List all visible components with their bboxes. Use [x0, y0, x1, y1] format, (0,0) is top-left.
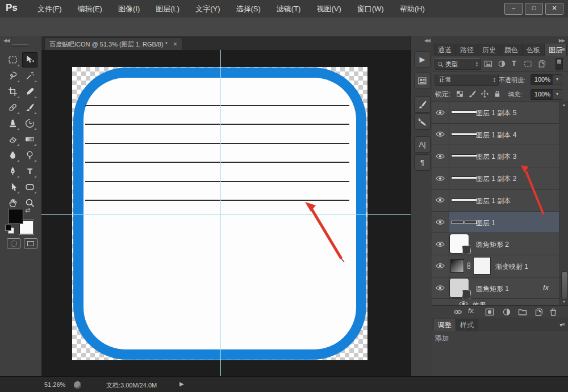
visibility-toggle[interactable]: [432, 145, 449, 167]
horizontal-guide[interactable]: [41, 214, 411, 215]
pixel-layer-filter-icon[interactable]: [484, 60, 493, 69]
brush-presets-panel-icon[interactable]: [414, 96, 431, 113]
lock-transparent-pixels-icon[interactable]: [456, 90, 464, 98]
status-options-arrow-icon[interactable]: ▶: [179, 381, 184, 387]
paragraph-panel-icon[interactable]: ¶: [414, 154, 431, 171]
tab-adjustments[interactable]: 调整: [434, 319, 456, 331]
actions-panel-icon[interactable]: ▶: [414, 51, 431, 68]
visibility-toggle[interactable]: [432, 189, 449, 211]
close-button[interactable]: ✕: [545, 3, 563, 15]
layer-mask-thumbnail[interactable]: [474, 258, 490, 274]
spot-healing-brush-tool[interactable]: [5, 100, 20, 115]
scrollbar-thumb[interactable]: [561, 271, 568, 300]
type-tool[interactable]: T: [22, 163, 37, 179]
layer-thumbnail[interactable]: [451, 147, 477, 165]
tab-history[interactable]: 历史: [478, 44, 500, 56]
layer-row[interactable]: 圆角矩形 1 fx: [432, 277, 559, 299]
history-brush-tool[interactable]: [22, 116, 37, 131]
new-adjustment-layer-icon[interactable]: [502, 307, 512, 317]
brush-panel-icon[interactable]: [414, 113, 431, 130]
tab-color[interactable]: 颜色: [500, 44, 523, 56]
layers-scrollbar[interactable]: ▲ ▼: [559, 101, 568, 305]
tab-styles[interactable]: 样式: [456, 319, 478, 331]
visibility-toggle[interactable]: [432, 277, 449, 299]
rectangular-marquee-tool[interactable]: [5, 52, 20, 68]
strip-expand-icon[interactable]: ◀◀: [424, 38, 430, 43]
dock-collapse-icon[interactable]: ▶▶: [559, 38, 565, 43]
layer-row[interactable]: 图层 1 副本 5: [432, 101, 559, 123]
quick-mask-mode-button[interactable]: [7, 238, 20, 248]
blend-mode-dropdown[interactable]: 正常 ▲▼: [435, 74, 499, 86]
scroll-down-icon[interactable]: ▼: [560, 300, 568, 304]
fill-caret-icon[interactable]: ▾: [552, 89, 562, 100]
menu-select[interactable]: 选择(S): [228, 0, 268, 18]
menu-filter[interactable]: 滤镜(T): [269, 0, 309, 18]
zoom-level-field[interactable]: 51.26%: [44, 381, 65, 388]
magic-wand-tool[interactable]: [22, 68, 37, 83]
gradient-map-thumbnail[interactable]: [451, 260, 463, 272]
menu-edit[interactable]: 编辑(E): [70, 0, 110, 18]
visibility-toggle[interactable]: [432, 102, 449, 123]
menu-image[interactable]: 图像(I): [110, 0, 148, 18]
menu-window[interactable]: 窗口(W): [349, 0, 392, 18]
character-panel-icon[interactable]: A|: [414, 136, 431, 153]
hand-tool[interactable]: [5, 195, 20, 210]
visibility-toggle[interactable]: [432, 233, 449, 255]
tab-paths[interactable]: 路径: [456, 44, 478, 56]
eyedropper-tool[interactable]: [22, 84, 37, 99]
dodge-tool[interactable]: [22, 147, 37, 163]
layer-thumbnail[interactable]: [451, 170, 477, 187]
default-colors-icon[interactable]: [5, 225, 11, 231]
layer-row[interactable]: 图层 1 副本 3: [432, 145, 559, 167]
shape-layer-filter-icon[interactable]: [524, 60, 533, 69]
filter-toggle-switch[interactable]: [556, 58, 563, 70]
layer-thumbnail[interactable]: [451, 214, 477, 231]
tab-swatches[interactable]: 色板: [523, 44, 545, 56]
layer-row[interactable]: 图层 1 副本 2: [432, 167, 559, 189]
layer-style-icon[interactable]: fx.: [468, 307, 475, 315]
smart-object-filter-icon[interactable]: [537, 60, 546, 69]
canvas-viewport[interactable]: [41, 50, 411, 376]
minimize-button[interactable]: –: [504, 3, 523, 15]
layer-thumbnail[interactable]: [451, 104, 477, 121]
clone-stamp-tool[interactable]: [5, 116, 20, 131]
panel-menu-icon[interactable]: ▾≡: [559, 322, 565, 328]
blur-tool[interactable]: [5, 147, 20, 163]
move-tool[interactable]: [22, 52, 37, 68]
opacity-value[interactable]: 100%: [531, 74, 553, 85]
eraser-tool[interactable]: [5, 132, 20, 147]
visibility-toggle[interactable]: [432, 255, 449, 277]
eye-icon[interactable]: [459, 301, 468, 305]
document-canvas[interactable]: [72, 67, 367, 360]
type-layer-filter-icon[interactable]: T: [512, 59, 516, 68]
menu-file[interactable]: 文件(F): [30, 0, 70, 18]
fill-value[interactable]: 100%: [531, 89, 553, 100]
toolbox-collapse-icon[interactable]: ◀◀: [3, 38, 9, 43]
visibility-toggle[interactable]: [432, 212, 449, 233]
path-selection-tool[interactable]: [5, 179, 20, 195]
document-close-icon[interactable]: ×: [173, 40, 177, 48]
lock-all-icon[interactable]: [493, 90, 502, 98]
swap-colors-icon[interactable]: ⇄: [25, 206, 30, 214]
foreground-color-swatch[interactable]: [8, 209, 23, 224]
tool-presets-panel-icon[interactable]: [414, 73, 431, 89]
screen-mode-button[interactable]: [24, 238, 37, 248]
panel-menu-icon[interactable]: ▾≡: [559, 47, 565, 53]
layer-thumbnail[interactable]: [451, 192, 477, 209]
lasso-tool[interactable]: [5, 68, 20, 83]
layer-row[interactable]: 图层 1 副本: [432, 189, 559, 211]
document-tab[interactable]: 百度贴吧ICON @ 51.3% (图层 1, RGB/8) * ×: [44, 37, 182, 50]
layer-row-selected[interactable]: 图层 1: [432, 211, 559, 233]
menu-layer[interactable]: 图层(L): [148, 0, 187, 18]
adjustment-layer-filter-icon[interactable]: [498, 60, 507, 69]
pen-tool[interactable]: [5, 163, 20, 179]
delete-layer-icon[interactable]: [549, 307, 558, 317]
layer-row-effects[interactable]: 效果: [432, 298, 559, 305]
new-layer-icon[interactable]: [534, 307, 544, 317]
gradient-tool[interactable]: [22, 132, 37, 147]
menu-help[interactable]: 帮助(H): [392, 0, 433, 18]
lock-image-pixels-icon[interactable]: [468, 90, 477, 98]
scroll-up-icon[interactable]: ▲: [560, 103, 568, 107]
visibility-toggle[interactable]: [432, 124, 449, 145]
rounded-rectangle-tool[interactable]: [22, 179, 37, 195]
